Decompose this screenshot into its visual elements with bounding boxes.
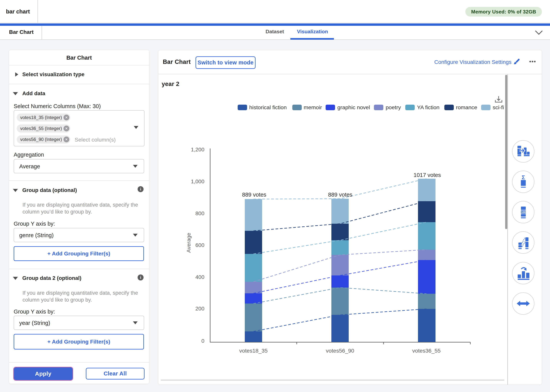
svg-text:Average: Average [186, 233, 192, 253]
svg-text:400: 400 [195, 274, 204, 280]
svg-text:889 votes: 889 votes [242, 192, 266, 198]
svg-text:poetry: poetry [386, 104, 401, 110]
svg-text:romance: romance [456, 104, 477, 110]
svg-text:100: 100 [521, 211, 526, 214]
svg-text:historical fiction: historical fiction [249, 104, 287, 110]
svg-text:votes18_35: votes18_35 [239, 348, 268, 354]
svg-text:800: 800 [195, 210, 204, 216]
svg-text:memoir: memoir [304, 104, 322, 110]
svg-text:sci-fi: sci-fi [493, 104, 504, 110]
svg-text:200: 200 [195, 306, 204, 312]
svg-text:graphic novel: graphic novel [337, 104, 370, 110]
svg-text:votes36_55: votes36_55 [412, 348, 440, 354]
svg-text:YA fiction: YA fiction [417, 104, 439, 110]
svg-text:votes56_90: votes56_90 [326, 348, 354, 354]
svg-text:1,000: 1,000 [191, 178, 204, 184]
svg-text:year 2: year 2 [162, 81, 179, 87]
svg-text:0: 0 [201, 338, 204, 344]
svg-text:889 votes: 889 votes [328, 192, 352, 198]
svg-text:1,200: 1,200 [191, 147, 204, 153]
svg-text:600: 600 [195, 242, 204, 248]
svg-text:1017 votes: 1017 votes [414, 172, 441, 178]
svg-text:Σ: Σ [522, 174, 525, 180]
